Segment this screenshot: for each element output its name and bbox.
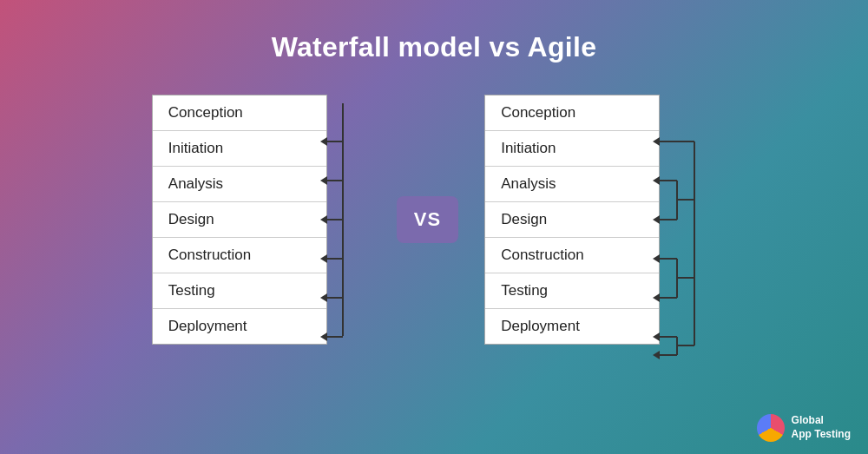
waterfall-row: Deployment	[153, 309, 326, 344]
waterfall-row: Construction	[153, 238, 326, 273]
agile-row: Construction	[485, 238, 659, 273]
logo-text: Global App Testing	[792, 414, 851, 441]
agile-row: Testing	[485, 273, 659, 309]
logo-area: Global App Testing	[757, 414, 851, 442]
waterfall-table: ConceptionInitiationAnalysisDesignConstr…	[152, 95, 327, 345]
waterfall-arrows	[327, 84, 371, 355]
logo-icon	[757, 414, 785, 442]
agile-model: ConceptionInitiationAnalysisDesignConstr…	[484, 84, 716, 355]
main-content: ConceptionInitiationAnalysisDesignConstr…	[0, 84, 868, 355]
agile-arrows	[660, 84, 716, 355]
waterfall-row: Design	[153, 202, 326, 238]
agile-row: Initiation	[485, 131, 659, 167]
agile-row: Analysis	[485, 167, 659, 202]
waterfall-row: Analysis	[153, 167, 326, 202]
waterfall-row: Initiation	[153, 131, 326, 167]
agile-table: ConceptionInitiationAnalysisDesignConstr…	[484, 95, 660, 345]
svg-marker-28	[653, 351, 660, 359]
agile-row: Deployment	[485, 309, 659, 344]
waterfall-row: Conception	[153, 95, 326, 131]
agile-row: Design	[485, 202, 659, 238]
agile-row: Conception	[485, 95, 659, 131]
vs-badge: VS	[397, 196, 458, 243]
waterfall-row: Testing	[153, 273, 326, 309]
page-title: Waterfall model vs Agile	[272, 31, 597, 63]
waterfall-model: ConceptionInitiationAnalysisDesignConstr…	[152, 84, 371, 355]
